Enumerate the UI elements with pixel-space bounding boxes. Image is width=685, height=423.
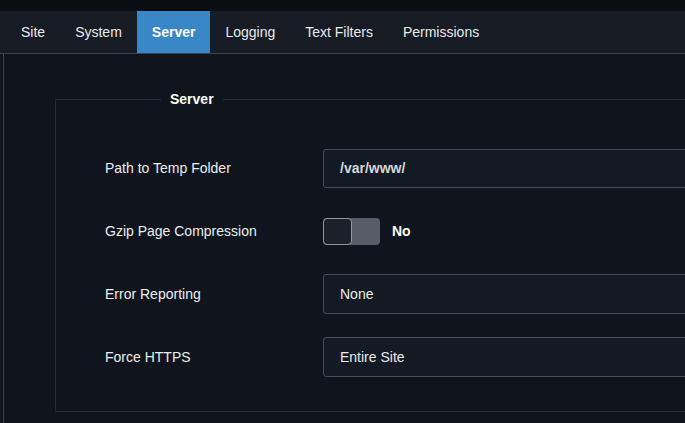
force-https-label: Force HTTPS [105,349,323,365]
temp-folder-input[interactable] [323,149,685,188]
error-reporting-select[interactable]: None [323,274,685,314]
field-row-gzip-compression: Gzip Page Compression No [105,211,685,251]
tab-system[interactable]: System [60,11,137,53]
gzip-toggle[interactable] [323,218,380,245]
tab-logging[interactable]: Logging [210,11,290,53]
top-strip [0,0,685,11]
settings-screen: Site System Server Logging Text Filters … [0,0,685,423]
gzip-label: Gzip Page Compression [105,223,323,239]
tab-permissions[interactable]: Permissions [388,11,494,53]
server-fieldset-legend: Server [161,91,223,107]
settings-tabs: Site System Server Logging Text Filters … [0,11,685,54]
tab-server[interactable]: Server [137,11,211,53]
gzip-toggle-wrap: No [323,218,411,245]
gzip-toggle-state: No [392,223,411,239]
field-row-error-reporting: Error Reporting None [105,274,685,314]
tab-site[interactable]: Site [6,11,60,53]
gzip-toggle-knob [323,218,352,245]
force-https-select[interactable]: Entire Site [323,337,685,377]
error-reporting-label: Error Reporting [105,286,323,302]
field-row-path-to-temp-folder: Path to Temp Folder [105,148,685,188]
server-fieldset: Server Path to Temp Folder Gzip Page Com… [55,91,685,412]
temp-folder-label: Path to Temp Folder [105,160,323,176]
settings-panel: Server Path to Temp Folder Gzip Page Com… [3,54,685,423]
field-row-force-https: Force HTTPS Entire Site [105,337,685,377]
tab-text-filters[interactable]: Text Filters [290,11,388,53]
